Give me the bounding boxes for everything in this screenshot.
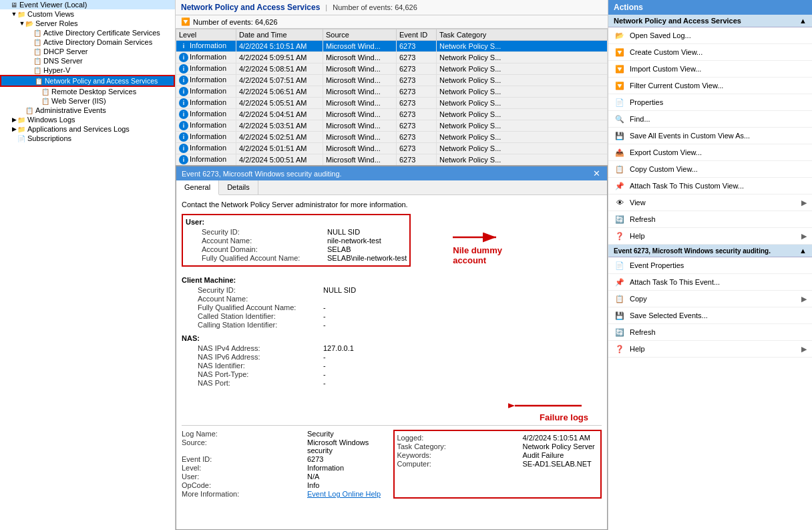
field-value: - (323, 370, 326, 378)
field-label: More Information: (182, 490, 302, 498)
action-item[interactable]: 👁 View ▶ (608, 194, 812, 211)
body-line: Level: Information (182, 464, 391, 472)
cell-datetime: 4/2/2024 5:00:51 AM (236, 154, 323, 166)
action-item[interactable]: 🔄 Refresh (608, 324, 812, 341)
cell-datetime: 4/2/2024 5:09:51 AM (236, 52, 323, 63)
sidebar-item-server-roles[interactable]: ▼ 📂 Server Roles (0, 19, 175, 28)
help-icon: ❓ (614, 230, 626, 242)
action-item[interactable]: 🔽 Filter Current Custom View... (608, 78, 812, 94)
middle-panel: Network Policy and Access Services | Num… (176, 0, 608, 530)
action-item[interactable]: 📋 Copy Custom View... (608, 161, 812, 178)
table-row[interactable]: iInformation4/2/2024 5:05:51 AMMicrosoft… (176, 98, 608, 109)
cell-event_id: 6273 (397, 120, 437, 132)
action-item[interactable]: 🔍 Find... (608, 111, 812, 128)
col-datetime[interactable]: Date and Time (236, 29, 323, 41)
cell-datetime: 4/2/2024 5:10:51 AM (236, 41, 323, 52)
cell-task: Network Policy S... (437, 154, 608, 166)
computer-icon: 🖥 (11, 1, 17, 9)
expand-icon: ▼ (11, 11, 17, 17)
user-section-title: User: (186, 218, 407, 226)
left-panel: 🖥 Event Viewer (Local) ▼ 📁 Custom Views … (0, 0, 176, 530)
tab-general[interactable]: General (176, 180, 219, 195)
table-row[interactable]: iInformation4/2/2024 5:06:51 AMMicrosoft… (176, 86, 608, 98)
sidebar-item-ad-cert[interactable]: 📋 Active Directory Certificate Services (0, 28, 175, 37)
sidebar-item-hyperv[interactable]: 📋 Hyper-V (0, 65, 175, 75)
expand-icon: ▶ (11, 116, 17, 123)
table-row[interactable]: iInformation4/2/2024 5:09:51 AMMicrosoft… (176, 52, 608, 63)
cell-level: iInformation (176, 75, 236, 86)
event-table-wrapper: Level Date and Time Source Event ID Task… (176, 29, 608, 166)
cell-event_id: 6273 (397, 109, 437, 120)
action-item[interactable]: 🔽 Create Custom View... (608, 44, 812, 61)
col-level[interactable]: Level (176, 29, 236, 41)
table-row[interactable]: iInformation4/2/2024 5:00:51 AMMicrosoft… (176, 154, 608, 166)
sidebar-item-custom-views[interactable]: ▼ 📁 Custom Views (0, 9, 175, 19)
sidebar-item-subscriptions[interactable]: 📄 Subscriptions (0, 134, 175, 143)
properties-icon: 📄 (614, 96, 626, 108)
attach-event-icon: 📌 (614, 276, 626, 288)
sidebar-item-windows-logs[interactable]: ▶ 📁 Windows Logs (0, 115, 175, 124)
table-row[interactable]: iInformation4/2/2024 5:04:51 AMMicrosoft… (176, 109, 608, 120)
sidebar-item-ad-domain[interactable]: 📋 Active Directory Domain Services (0, 37, 175, 47)
sidebar-item-admin-events[interactable]: 📋 Administrative Events (0, 106, 175, 115)
col-eventid[interactable]: Event ID (397, 29, 437, 41)
action-item[interactable]: 📄 Event Properties (608, 257, 812, 274)
table-row[interactable]: iInformation4/2/2024 5:03:51 AMMicrosoft… (176, 120, 608, 132)
sidebar-item-dhcp[interactable]: 📋 DHCP Server (0, 47, 175, 56)
table-row[interactable]: iInformation4/2/2024 5:01:51 AMMicrosoft… (176, 143, 608, 154)
log-icon: 📋 (33, 57, 41, 65)
table-row[interactable]: iInformation4/2/2024 5:07:51 AMMicrosoft… (176, 75, 608, 86)
close-button[interactable]: ✕ (592, 168, 602, 178)
cell-source: Microsoft Wind... (323, 52, 397, 63)
user-fields: Security ID: NULL SID Account Name: nile… (186, 228, 407, 262)
action-item[interactable]: 📋 Copy ▶ (608, 291, 812, 307)
find-icon: 🔍 (614, 113, 626, 125)
expand-icon: ▶ (11, 126, 17, 132)
field-value: 127.0.0.1 (323, 344, 354, 352)
table-row[interactable]: iInformation4/2/2024 5:02:51 AMMicrosoft… (176, 132, 608, 143)
log-icon: 📋 (35, 78, 43, 85)
action-item[interactable]: 📌 Attach Task To This Event... (608, 274, 812, 291)
cell-event_id: 6273 (397, 132, 437, 143)
action-item[interactable]: 📤 Export Custom View... (608, 144, 812, 161)
sidebar-item-npas[interactable]: 📋 Network Policy and Access Services (0, 75, 175, 87)
collapse-icon[interactable]: ▲ (799, 247, 807, 255)
action-item[interactable]: ❓ Help ▶ (608, 341, 812, 358)
action-item[interactable]: 📄 Properties (608, 94, 812, 111)
log-icon: 📋 (25, 107, 33, 114)
subscriptions-icon: 📄 (17, 135, 25, 142)
client-fields: Security ID: NULL SID Account Name: Full… (182, 286, 602, 329)
save-events-icon: 💾 (614, 309, 626, 321)
cell-source: Microsoft Wind... (323, 63, 397, 75)
action-item[interactable]: 🔄 Refresh (608, 211, 812, 228)
collapse-icon[interactable]: ▲ (799, 17, 807, 25)
section-title: Network Policy and Access Services (614, 17, 741, 25)
action-item[interactable]: 📌 Attach Task To This Custom View... (608, 178, 812, 194)
table-row[interactable]: iInformation4/2/2024 5:08:51 AMMicrosoft… (176, 63, 608, 75)
sidebar-item-rds[interactable]: 📋 Remote Desktop Services (0, 87, 175, 96)
col-task[interactable]: Task Category (437, 29, 608, 41)
sidebar-item-iis[interactable]: 📋 Web Server (IIS) (0, 96, 175, 106)
event-log-link[interactable]: Event Log Online Help (307, 490, 381, 498)
failure-annotation: Failure logs (182, 392, 588, 422)
action-item[interactable]: 📂 Open Saved Log... (608, 27, 812, 44)
field-label: User: (182, 473, 302, 481)
action-item[interactable]: 🔽 Import Custom View... (608, 61, 812, 78)
sidebar-item-app-title[interactable]: 🖥 Event Viewer (Local) (0, 0, 175, 9)
action-item[interactable]: ❓ Help ▶ (608, 228, 812, 245)
col-source[interactable]: Source (323, 29, 397, 41)
action-item[interactable]: 💾 Save Selected Events... (608, 307, 812, 324)
actions-title: Actions (614, 3, 643, 12)
action-item[interactable]: 💾 Save All Events in Custom View As... (608, 128, 812, 144)
info-icon: i (179, 41, 188, 51)
tab-details[interactable]: Details (219, 180, 258, 194)
field-label: Task Category: (397, 442, 518, 450)
log-icon: 📋 (33, 48, 41, 55)
field-label: Keywords: (397, 451, 518, 459)
cell-event_id: 6273 (397, 75, 437, 86)
sidebar-item-dns[interactable]: 📋 DNS Server (0, 56, 175, 65)
body-line: Called Station Identifier: - (198, 312, 602, 320)
export-icon: 📤 (614, 146, 626, 158)
table-row[interactable]: iInformation4/2/2024 5:10:51 AMMicrosoft… (176, 41, 608, 52)
sidebar-item-app-service-logs[interactable]: ▶ 📁 Applications and Services Logs (0, 124, 175, 134)
